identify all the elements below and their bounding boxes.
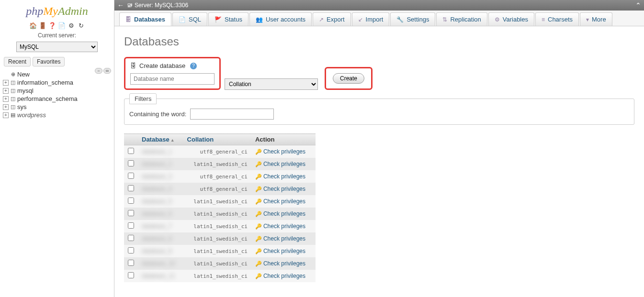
check-privileges-link[interactable]: Check privileges xyxy=(263,161,305,167)
row-checkbox[interactable] xyxy=(128,210,134,216)
check-privileges-link[interactable]: Check privileges xyxy=(263,210,305,217)
row-checkbox[interactable] xyxy=(128,185,134,191)
favorites-button[interactable]: Favorites xyxy=(33,57,65,66)
check-privileges-link[interactable]: Check privileges xyxy=(263,248,305,254)
privileges-icon: 🔑 xyxy=(255,161,262,167)
privileges-icon: 🔑 xyxy=(255,261,262,266)
tab-label: User accounts xyxy=(266,16,305,23)
create-button-box: Create xyxy=(325,67,373,90)
tab-export[interactable]: ↗Export xyxy=(313,12,351,26)
logo[interactable]: phpMyAdmin xyxy=(26,5,88,18)
row-checkbox[interactable] xyxy=(128,247,134,253)
tree-item-sys[interactable]: +◫sys xyxy=(3,103,114,111)
tab-status[interactable]: 🚩Status xyxy=(208,12,249,26)
sidebar-icon-row: 🏠 🚪 ❓ 📄 ⚙ ↻ xyxy=(29,22,85,29)
tree-item-mysql[interactable]: +◫mysql xyxy=(3,87,114,95)
db-tree: ⊕New+◫information_schema+◫mysql+◫perform… xyxy=(0,70,114,119)
check-privileges-link[interactable]: Check privileges xyxy=(263,148,305,155)
current-server-label: Current server: xyxy=(38,32,76,39)
topbar-menu-icon[interactable]: ⌃ xyxy=(635,1,641,9)
link-icon[interactable]: ∞ xyxy=(103,68,111,74)
collation-select[interactable]: Collation xyxy=(225,78,318,90)
help-icon[interactable]: ? xyxy=(190,63,197,69)
logo-php: php xyxy=(26,5,43,17)
tab-settings[interactable]: 🔧Settings xyxy=(390,12,435,26)
sort-asc-icon: ▲ xyxy=(170,138,175,143)
privileges-icon: 🔑 xyxy=(255,198,262,204)
expand-icon[interactable]: + xyxy=(3,96,9,102)
tree-item-information-schema[interactable]: +◫information_schema xyxy=(3,78,114,87)
recent-button[interactable]: Recent xyxy=(4,57,31,66)
row-checkbox[interactable] xyxy=(128,198,134,204)
table-row: database_7latin1_swedish_ci🔑Check privil… xyxy=(124,220,316,232)
filters-box: Filters Containing the word: xyxy=(124,99,634,125)
collapse-icon[interactable]: − xyxy=(95,68,102,74)
row-collation: utf8_general_ci xyxy=(183,170,251,183)
tab-replication[interactable]: ⇅Replication xyxy=(436,12,487,26)
logo-my: My xyxy=(43,5,58,17)
tab-user-accounts[interactable]: 👥User accounts xyxy=(249,12,312,26)
tab-databases[interactable]: 🗄Databases xyxy=(119,12,171,26)
expand-icon[interactable]: + xyxy=(3,88,9,94)
expand-icon[interactable]: + xyxy=(3,112,9,118)
docs-icon[interactable]: ❓ xyxy=(48,22,56,29)
th-action: Action xyxy=(251,134,316,145)
tab-label: SQL xyxy=(189,16,201,23)
home-icon[interactable]: 🏠 xyxy=(29,22,37,29)
databases-icon: 🗄 xyxy=(125,16,131,23)
db-name-blurred: database_7 xyxy=(142,223,172,230)
check-privileges-link[interactable]: Check privileges xyxy=(263,260,305,267)
row-checkbox[interactable] xyxy=(128,235,134,241)
check-privileges-link[interactable]: Check privileges xyxy=(263,223,305,230)
tab-label: Status xyxy=(225,16,242,23)
tree-item-performance-schema[interactable]: +◫performance_schema xyxy=(3,95,114,103)
user-accounts-icon: 👥 xyxy=(256,16,263,23)
server-title: Server: MySQL:3306 xyxy=(135,2,188,9)
replication-icon: ⇅ xyxy=(442,16,447,23)
row-collation: latin1_swedish_ci xyxy=(183,257,251,270)
row-collation: latin1_swedish_ci xyxy=(183,158,251,170)
row-checkbox[interactable] xyxy=(128,148,134,154)
variables-icon: ⚙ xyxy=(495,16,500,23)
tree-item-label: mysql xyxy=(17,87,34,94)
row-checkbox[interactable] xyxy=(128,173,134,179)
db-name-blurred: database_3 xyxy=(142,173,172,180)
expand-icon[interactable]: + xyxy=(3,104,9,110)
tree-item-wordpress[interactable]: +▤wordpress xyxy=(3,111,114,119)
create-button[interactable]: Create xyxy=(333,73,364,84)
row-checkbox[interactable] xyxy=(128,222,134,229)
row-checkbox[interactable] xyxy=(128,260,134,266)
tab-more[interactable]: ▾More xyxy=(580,12,612,26)
th-database[interactable]: Database▲ xyxy=(138,134,183,145)
reload-icon[interactable]: ↻ xyxy=(77,22,85,29)
gear-icon[interactable]: ⚙ xyxy=(68,22,75,29)
content: Databases 🗄 Create database ? Collation … xyxy=(114,26,644,297)
row-checkbox[interactable] xyxy=(128,272,134,278)
create-db-section: 🗄 Create database ? xyxy=(124,57,221,90)
check-privileges-link[interactable]: Check privileges xyxy=(263,173,305,180)
table-row: database_4utf8_general_ci🔑Check privileg… xyxy=(124,183,316,195)
db-icon: ◫ xyxy=(10,104,16,110)
check-privileges-link[interactable]: Check privileges xyxy=(263,235,305,242)
row-collation: latin1_swedish_ci xyxy=(183,270,251,282)
logout-icon[interactable]: 🚪 xyxy=(39,22,46,29)
table-row: database_5latin1_swedish_ci🔑Check privil… xyxy=(124,195,316,208)
database-name-input[interactable] xyxy=(130,73,215,85)
check-privileges-link[interactable]: Check privileges xyxy=(263,186,305,192)
db-name-blurred: database_8 xyxy=(142,235,172,242)
filters-row: Containing the word: xyxy=(129,106,629,120)
tab-charsets[interactable]: ≡Charsets xyxy=(535,12,579,26)
sql-icon[interactable]: 📄 xyxy=(58,22,66,29)
filters-label: Containing the word: xyxy=(129,110,186,118)
server-select[interactable]: MySQL xyxy=(16,42,98,52)
check-privileges-link[interactable]: Check privileges xyxy=(263,198,305,205)
filter-input[interactable] xyxy=(190,109,274,120)
back-icon[interactable]: ← xyxy=(117,1,124,9)
expand-icon[interactable]: + xyxy=(3,80,9,86)
th-collation[interactable]: Collation xyxy=(183,134,251,145)
check-privileges-link[interactable]: Check privileges xyxy=(263,273,305,279)
tab-import[interactable]: ↙Import xyxy=(352,12,390,26)
tab-sql[interactable]: 📄SQL xyxy=(172,12,207,26)
tab-variables[interactable]: ⚙Variables xyxy=(488,12,534,26)
row-checkbox[interactable] xyxy=(128,160,134,166)
